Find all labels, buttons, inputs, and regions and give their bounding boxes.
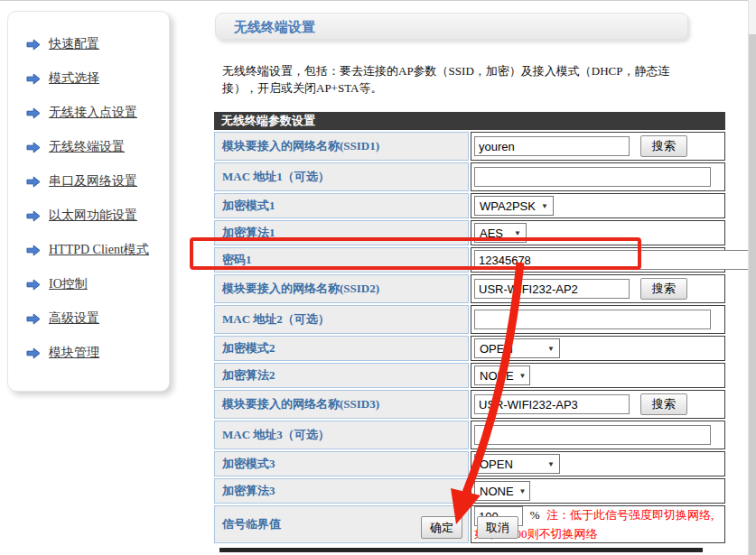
ssid2-search-button[interactable]: 搜索 xyxy=(640,278,687,300)
right-arrow-icon xyxy=(26,210,41,222)
sidebar-item-ethernet-settings[interactable]: 以太网功能设置 xyxy=(8,199,169,233)
field-label: 模块要接入的网络名称(SSID1) xyxy=(214,132,469,161)
right-arrow-icon xyxy=(26,107,41,119)
sidebar-item-label: 以太网功能设置 xyxy=(49,208,137,224)
encryption-mode2-select[interactable]: OPEN ▼ xyxy=(474,338,560,358)
sidebar-item-advanced-settings[interactable]: 高级设置 xyxy=(8,301,169,336)
encryption-algorithm1-select[interactable]: AES ▼ xyxy=(474,223,527,243)
top-divider xyxy=(0,0,756,1)
form-section-header: 无线终端参数设置 xyxy=(214,112,725,130)
table-row-encmode3: 加密模式3 OPEN ▼ xyxy=(214,451,725,476)
table-row-encmode1: 加密模式1 WPA2PSK ▼ xyxy=(214,193,725,218)
encryption-mode1-select[interactable]: WPA2PSK ▼ xyxy=(474,196,554,216)
sidebar-item-sta-settings[interactable]: 无线终端设置 xyxy=(8,130,169,164)
field-label: 加密算法3 xyxy=(214,478,469,504)
scrollbar-thumb[interactable] xyxy=(749,34,756,555)
table-row-encalgo1: 加密算法1 AES ▼ xyxy=(214,220,725,245)
select-value: NONE xyxy=(480,485,514,498)
right-arrow-icon xyxy=(26,245,41,256)
field-label: 密码1 xyxy=(214,247,469,273)
field-label: MAC 地址3（可选） xyxy=(214,421,469,449)
sidebar-item-label: 无线接入点设置 xyxy=(49,105,137,121)
dropdown-arrow-icon: ▼ xyxy=(547,460,555,468)
ssid2-input[interactable] xyxy=(474,279,630,299)
select-value: OPEN xyxy=(480,342,513,356)
page-title: 无线终端设置 xyxy=(215,13,688,40)
field-label: 模块要接入的网络名称(SSID3) xyxy=(214,390,469,419)
right-arrow-icon xyxy=(26,347,41,359)
dropdown-arrow-icon: ▼ xyxy=(519,372,527,380)
select-value: NONE xyxy=(480,369,514,383)
right-arrow-icon xyxy=(26,142,41,153)
password1-input[interactable] xyxy=(474,250,756,270)
sidebar-item-io-control[interactable]: IO控制 xyxy=(8,267,169,301)
dropdown-arrow-icon: ▼ xyxy=(514,229,521,237)
encryption-mode3-select[interactable]: OPEN ▼ xyxy=(474,454,560,474)
sidebar-item-label: 无线终端设置 xyxy=(49,139,125,155)
field-label: 加密算法2 xyxy=(214,363,469,388)
sidebar-item-label: 模块管理 xyxy=(49,345,99,361)
table-row-password1: 密码1 xyxy=(214,247,725,273)
table-row-encalgo3: 加密算法3 NONE ▼ xyxy=(214,478,725,504)
select-value: OPEN xyxy=(480,458,513,471)
table-row-ssid2: 模块要接入的网络名称(SSID2) 搜索 xyxy=(214,274,725,303)
ssid3-search-button[interactable]: 搜索 xyxy=(640,393,687,415)
ssid3-input[interactable] xyxy=(474,394,630,414)
sidebar-item-label: 高级设置 xyxy=(49,310,99,327)
field-label: 模块要接入的网络名称(SSID2) xyxy=(214,274,469,303)
field-label: 加密算法1 xyxy=(214,220,469,245)
mac1-input[interactable] xyxy=(474,167,711,187)
right-arrow-icon xyxy=(26,313,41,325)
sidebar-item-quick-config[interactable]: 快速配置 xyxy=(8,27,169,61)
sidebar-menu: 快速配置 模式选择 无线接入点设置 无线终端设置 串口及网络设置 以太网功能设置 xyxy=(8,12,169,370)
right-arrow-icon xyxy=(26,176,41,188)
sidebar-item-label: HTTPD Client模式 xyxy=(49,242,149,258)
table-section-header-row: 无线终端参数设置 xyxy=(214,112,725,130)
right-arrow-icon xyxy=(26,279,41,291)
field-label: 加密模式2 xyxy=(214,336,469,361)
sidebar-item-ap-settings[interactable]: 无线接入点设置 xyxy=(8,96,169,130)
sidebar-item-mode-select[interactable]: 模式选择 xyxy=(8,61,169,96)
table-row-mac3: MAC 地址3（可选） xyxy=(214,421,725,449)
ssid1-input[interactable] xyxy=(474,136,630,156)
encryption-algorithm3-select[interactable]: NONE ▼ xyxy=(474,481,530,501)
mac2-input[interactable] xyxy=(474,310,711,329)
table-row-mac1: MAC 地址1（可选） xyxy=(214,162,725,191)
sta-settings-table: 无线终端参数设置 模块要接入的网络名称(SSID1) 搜索 MAC 地址1（可选… xyxy=(212,110,727,545)
field-label: 加密模式3 xyxy=(214,451,469,476)
table-row-encalgo2: 加密算法2 NONE ▼ xyxy=(214,363,725,388)
form-actions: 确定 取消 xyxy=(212,516,727,539)
sidebar-item-uart-network-settings[interactable]: 串口及网络设置 xyxy=(8,164,169,199)
sidebar: 快速配置 模式选择 无线接入点设置 无线终端设置 串口及网络设置 以太网功能设置 xyxy=(7,11,170,392)
table-row-encmode2: 加密模式2 OPEN ▼ xyxy=(214,336,725,361)
dropdown-arrow-icon: ▼ xyxy=(541,202,548,210)
right-arrow-icon xyxy=(26,73,41,85)
mac3-input[interactable] xyxy=(474,425,711,445)
sidebar-item-label: IO控制 xyxy=(49,276,88,292)
field-label: 加密模式1 xyxy=(214,193,469,218)
sidebar-item-label: 串口及网络设置 xyxy=(49,173,137,190)
sidebar-item-module-management[interactable]: 模块管理 xyxy=(8,336,169,370)
dropdown-arrow-icon: ▼ xyxy=(519,487,527,495)
select-value: WPA2PSK xyxy=(480,199,536,213)
footer-bar xyxy=(219,548,703,552)
sidebar-item-label: 快速配置 xyxy=(49,36,99,52)
page-description: 无线终端设置，包括：要去连接的AP参数（SSID，加密）及接入模式（DHCP，静… xyxy=(222,63,688,97)
select-value: AES xyxy=(480,227,503,240)
ok-button[interactable]: 确定 xyxy=(421,516,462,539)
router-config-page: 快速配置 模式选择 无线接入点设置 无线终端设置 串口及网络设置 以太网功能设置 xyxy=(0,0,756,555)
table-row-ssid1: 模块要接入的网络名称(SSID1) 搜索 xyxy=(214,132,725,161)
sidebar-item-httpd-client-mode[interactable]: HTTPD Client模式 xyxy=(8,233,169,267)
right-arrow-icon xyxy=(26,39,41,51)
table-row-mac2: MAC 地址2（可选） xyxy=(214,305,725,334)
field-label: MAC 地址1（可选） xyxy=(214,162,469,191)
table-row-ssid3: 模块要接入的网络名称(SSID3) 搜索 xyxy=(214,390,725,419)
ssid1-search-button[interactable]: 搜索 xyxy=(640,135,687,157)
encryption-algorithm2-select[interactable]: NONE ▼ xyxy=(474,365,530,385)
sidebar-item-label: 模式选择 xyxy=(49,70,99,87)
dropdown-arrow-icon: ▼ xyxy=(547,345,555,353)
field-label: MAC 地址2（可选） xyxy=(214,305,469,334)
cancel-button[interactable]: 取消 xyxy=(477,516,518,539)
